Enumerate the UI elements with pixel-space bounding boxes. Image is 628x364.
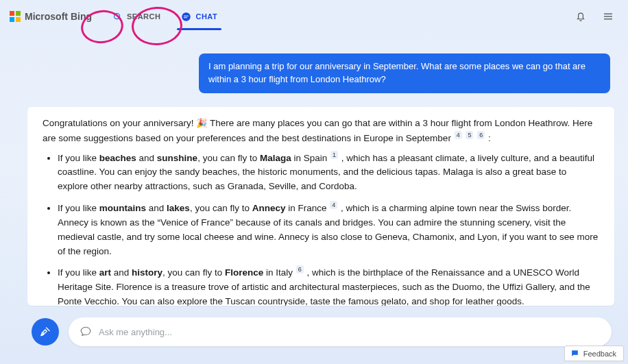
hamburger-icon [602,10,614,23]
header-right [573,9,616,24]
broom-icon [39,326,51,338]
chat-icon [181,12,191,22]
list-item: If you like beaches and sunshine, you ca… [58,151,599,194]
compose-row [32,317,612,346]
chat-area: I am planning a trip for our anniversary… [27,53,614,331]
tab-search[interactable]: SEARCH [111,8,162,26]
feedback-icon [570,349,579,358]
list-item: If you like mountains and lakes, you can… [58,201,599,258]
citation[interactable]: 6 [477,131,485,139]
svg-point-2 [182,12,191,21]
feedback-label: Feedback [583,350,616,358]
microsoft-logo-icon [10,11,21,22]
citation[interactable]: 5 [466,131,473,139]
citation[interactable]: 4 [330,201,337,209]
user-message-bubble: I am planning a trip for our anniversary… [199,53,610,93]
tab-search-label: SEARCH [127,12,160,21]
search-icon [112,12,123,22]
bot-intro-colon: : [488,132,491,143]
header: Microsoft Bing SEARCH CHAT [0,0,628,33]
notifications-button[interactable] [573,9,588,24]
svg-line-1 [119,18,121,20]
svg-point-0 [114,13,120,19]
citation[interactable]: 4 [455,131,462,139]
bell-icon [575,10,587,23]
new-topic-button[interactable] [32,318,59,345]
list-item: If you like art and history, you can fly… [58,265,599,305]
citation[interactable]: 6 [296,265,304,274]
chat-bubble-icon [80,326,92,338]
suggestion-list: If you like beaches and sunshine, you ca… [58,151,599,306]
brand-name: Microsoft Bing [25,11,92,22]
tab-chat-label: CHAT [195,12,217,21]
mode-tabs: SEARCH CHAT [111,8,219,26]
ask-input[interactable] [99,327,601,337]
tab-chat[interactable]: CHAT [180,8,219,26]
feedback-button[interactable]: Feedback [564,345,624,361]
bot-response-card: Congratulations on your anniversary! 🎉 T… [27,107,614,306]
brand-logo[interactable]: Microsoft Bing [10,11,92,22]
hamburger-menu-button[interactable] [601,9,616,24]
party-popper-icon: 🎉 [196,118,207,128]
citation[interactable]: 1 [330,151,338,159]
ask-box[interactable] [69,317,612,346]
bot-intro-pre: Congratulations on your anniversary! [43,118,196,128]
